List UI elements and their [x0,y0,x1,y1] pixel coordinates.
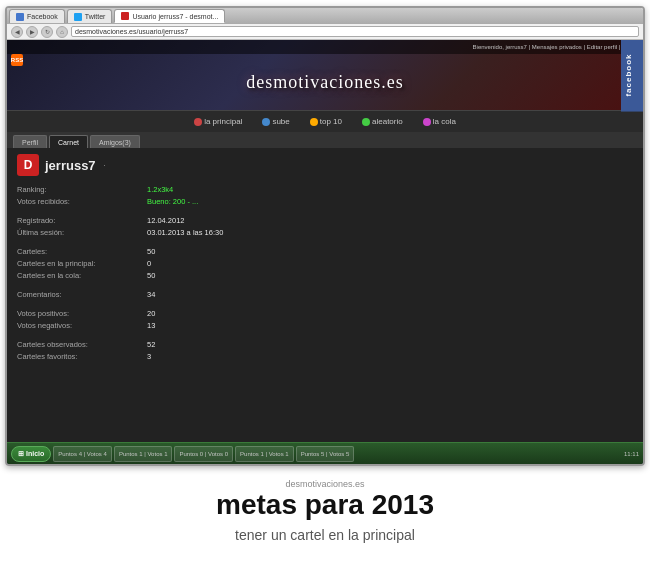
bottom-section: desmotivaciones.es metas para 2013 tener… [5,466,645,548]
address-input[interactable]: desmotivaciones.es/usuario/jerruss7 [71,26,639,37]
site-header: Bienvenido, jerruss7 | Mensajes privados… [7,40,643,110]
nav-top10[interactable]: top 10 [304,115,348,128]
spacer-1 [17,208,633,214]
nav-la-cola[interactable]: la cola [417,115,462,128]
taskbar-item-1[interactable]: Puntos 1 | Votos 1 [114,446,173,462]
home-icon [194,118,202,126]
refresh-button[interactable]: ↻ [41,26,53,38]
stat-carteles-label: Carteles: [17,246,147,257]
stat-fav-label: Carteles favoritos: [17,351,147,362]
site-content: Bienvenido, jerruss7 | Mensajes privados… [7,40,643,464]
address-bar-row: ◀ ▶ ↻ ⌂ desmotivaciones.es/usuario/jerru… [7,24,643,40]
stat-votos-value: Bueno: 200 - ... [147,196,633,207]
stat-reg-value: 12.04.2012 [147,215,633,226]
stat-reg-label: Registrado: [17,215,147,226]
spacer-3 [17,282,633,288]
main-title: metas para 2013 [25,489,625,521]
start-button[interactable]: ⊞ Inicio [11,446,51,462]
stat-session-label: Última sesión: [17,227,147,238]
spacer-2 [17,239,633,245]
stat-fav-value: 3 [147,351,633,362]
username: jerruss7 [45,158,96,173]
stat-votos-label: Votos recibidos: [17,196,147,207]
home-button[interactable]: ⌂ [56,26,68,38]
taskbar-item-4[interactable]: Puntos 5 | Votos 5 [296,446,355,462]
stat-comentarios-label: Comentarios: [17,289,147,300]
site-logo: desmotivaciones.es [246,72,403,93]
spacer-4 [17,301,633,307]
profile-header: D jerruss7 · [17,154,633,176]
back-button[interactable]: ◀ [11,26,23,38]
browser-window: Facebook Twitter Usuario jerruss7 - desm… [5,6,645,466]
stat-comentarios-value: 34 [147,289,633,300]
stat-vpos-label: Votos positivos: [17,308,147,319]
user-badge: · [104,161,106,170]
tab-desmot[interactable]: Usuario jerruss7 - desmot... [114,9,225,23]
stat-cola-label: Carteles en la cola: [17,270,147,281]
watermark: desmotivaciones.es [25,479,625,489]
taskbar-item-3[interactable]: Puntos 1 | Votos 1 [235,446,294,462]
stat-cola-value: 50 [147,270,633,281]
forward-button[interactable]: ▶ [26,26,38,38]
nav-sube[interactable]: sube [256,115,295,128]
tab-facebook[interactable]: Facebook [9,9,65,23]
stat-principal-label: Carteles en la principal: [17,258,147,269]
site-topbar: Bienvenido, jerruss7 | Mensajes privados… [7,40,643,54]
twitter-favicon [74,13,82,21]
stat-obs-value: 52 [147,339,633,350]
upload-icon [262,118,270,126]
stat-principal-value: 0 [147,258,633,269]
user-icon: D [17,154,39,176]
site-logo-area: desmotivaciones.es [7,54,643,110]
facebook-favicon [16,13,24,21]
desmot-favicon [121,12,129,20]
nav-aleatorio[interactable]: aleatorio [356,115,409,128]
profile-stats: Ranking: 1.2x3k4 Votos recibidos: Bueno:… [17,184,633,362]
taskbar-item-0[interactable]: Puntos 4 | Votos 4 [53,446,112,462]
windows-logo: ⊞ [18,450,24,458]
taskbar-right: 11:11 [624,451,639,457]
tab-twitter[interactable]: Twitter [67,9,113,23]
subtitle: tener un cartel en la principal [25,527,625,543]
tab-carnet[interactable]: Carnet [49,135,88,148]
clock: 11:11 [624,451,639,457]
screenshot-container: Facebook Twitter Usuario jerruss7 - desm… [0,0,650,581]
nav-la-principal[interactable]: la principal [188,115,248,128]
spacer-5 [17,332,633,338]
tab-perfil[interactable]: Perfil [13,135,47,148]
profile-content: D jerruss7 · Ranking: 1.2x3k4 Votos reci… [7,148,643,442]
taskbar-item-2[interactable]: Puntos 0 | Votos 0 [174,446,233,462]
stat-vpos-value: 20 [147,308,633,319]
stat-ranking-value: 1.2x3k4 [147,184,633,195]
queue-icon [423,118,431,126]
stat-ranking-label: Ranking: [17,184,147,195]
facebook-side-tab[interactable]: facebook [621,40,643,112]
stat-vneg-value: 13 [147,320,633,331]
stat-vneg-label: Votos negativos: [17,320,147,331]
random-icon [362,118,370,126]
taskbar: ⊞ Inicio Puntos 4 | Votos 4 Puntos 1 | V… [7,442,643,464]
top10-icon [310,118,318,126]
tab-amigos[interactable]: Amigos(3) [90,135,140,148]
topbar-text: Bienvenido, jerruss7 | Mensajes privados… [473,44,637,50]
stat-obs-label: Carteles observados: [17,339,147,350]
tab-bar: Facebook Twitter Usuario jerruss7 - desm… [7,8,643,24]
site-nav: la principal sube top 10 aleatorio la co… [7,110,643,132]
profile-tabs: Perfil Carnet Amigos(3) [7,132,643,148]
taskbar-items: Puntos 4 | Votos 4 Puntos 1 | Votos 1 Pu… [53,446,622,462]
stat-carteles-value: 50 [147,246,633,257]
stat-session-value: 03.01.2013 a las 16:30 [147,227,633,238]
